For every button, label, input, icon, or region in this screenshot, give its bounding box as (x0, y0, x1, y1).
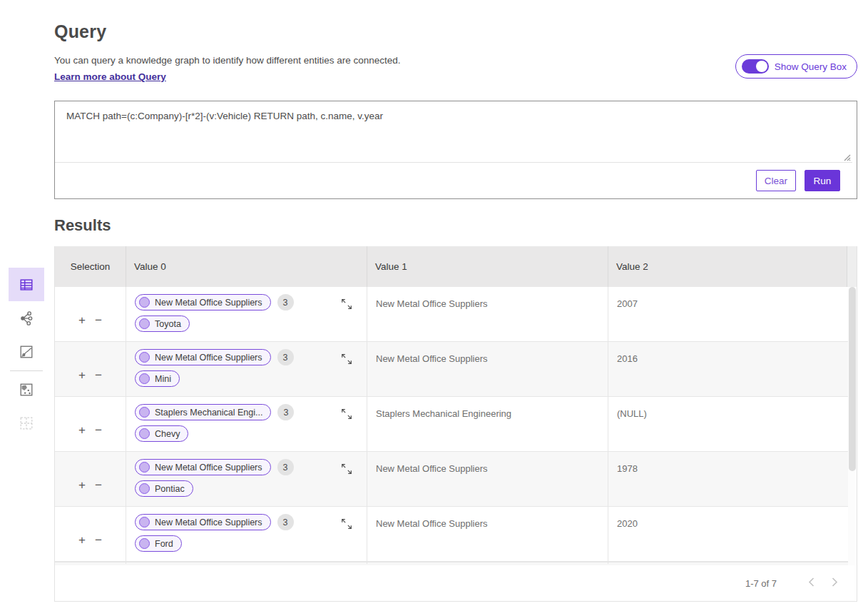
run-button[interactable]: Run (805, 170, 840, 191)
clear-button[interactable]: Clear (756, 170, 796, 191)
query-page: Query You can query a knowledge graph to… (0, 0, 868, 611)
textarea-resize-handle-icon[interactable] (842, 153, 851, 161)
entity-dot-icon (139, 352, 150, 363)
entity-dot-icon (139, 297, 150, 308)
value0-cell: Staplers Mechanical Engi... 3 Chevy (126, 397, 367, 454)
value0-cell: New Metal Office Suppliers 3 Pontiac (126, 452, 367, 509)
add-selection-button[interactable]: + (78, 516, 86, 564)
chevron-right-icon (832, 577, 838, 587)
table-row: + − New Metal Office Suppliers 3 Pontiac (55, 452, 857, 507)
selection-cell: + − (55, 452, 126, 509)
selection-cell: + − (55, 397, 126, 454)
entity-dot-icon (139, 462, 150, 473)
chevron-left-icon (808, 577, 815, 587)
learn-more-link[interactable]: Learn more about Query (54, 71, 166, 82)
column-header-selection: Selection (55, 246, 126, 287)
table-row: + − New Metal Office Suppliers 3 Mini (55, 342, 857, 397)
count-badge: 3 (277, 294, 294, 310)
value0-cell: New Metal Office Suppliers 3 Toyota (126, 287, 367, 344)
column-header-value0: Value 0 (126, 246, 367, 287)
table-header: Selection Value 0 Value 1 Value 2 (55, 246, 857, 287)
remove-selection-button[interactable]: − (95, 461, 102, 509)
selection-cell: + − (55, 287, 126, 344)
entity-pill[interactable]: Mini (135, 370, 180, 387)
expand-path-icon[interactable] (340, 517, 353, 530)
table-row: + − Staplers Mechanical Engi... 3 Chevy (55, 397, 857, 452)
add-selection-button[interactable]: + (78, 351, 86, 399)
remove-selection-button[interactable]: − (95, 296, 102, 344)
remove-selection-button[interactable]: − (95, 406, 102, 454)
value0-cell: New Metal Office Suppliers 3 Ford (126, 507, 367, 564)
toggle-label: Show Query Box (775, 61, 847, 72)
count-badge: 3 (277, 349, 294, 365)
value2-cell: 2007 (608, 287, 857, 344)
add-selection-button[interactable]: + (78, 406, 86, 454)
entity-pill[interactable]: Pontiac (135, 480, 193, 497)
entity-pill[interactable]: New Metal Office Suppliers (135, 294, 271, 310)
results-view-sidebar (9, 268, 44, 440)
results-title: Results (54, 216, 111, 235)
expand-path-icon[interactable] (340, 353, 353, 365)
entity-dot-icon (139, 538, 150, 549)
entity-pill[interactable]: Chevy (135, 425, 188, 442)
value1-cell: New Metal Office Suppliers (367, 507, 608, 564)
page-title: Query (54, 21, 106, 42)
entity-pill[interactable]: Toyota (135, 315, 190, 332)
entity-dot-icon (139, 428, 150, 439)
column-header-value1: Value 1 (367, 246, 608, 287)
entity-pill[interactable]: New Metal Office Suppliers (135, 349, 271, 365)
sidebar-item-table-view[interactable] (9, 268, 44, 301)
sidebar-item-chart-view[interactable] (9, 335, 44, 368)
value2-cell: 1978 (608, 452, 857, 509)
query-input[interactable]: MATCH path=(c:Company)-[r*2]-(v:Vehicle)… (55, 101, 852, 163)
query-box: MATCH path=(c:Company)-[r*2]-(v:Vehicle)… (54, 101, 857, 199)
value1-cell: Staplers Mechanical Engineering (367, 397, 608, 454)
count-badge: 3 (277, 514, 294, 530)
value1-cell: New Metal Office Suppliers (367, 287, 608, 344)
table-pagination: 1-7 of 7 (55, 565, 857, 601)
expand-path-icon[interactable] (340, 298, 353, 310)
toggle-switch-icon[interactable] (742, 59, 769, 74)
selection-cell: + − (55, 507, 126, 564)
entity-dot-icon (139, 517, 150, 527)
add-selection-button[interactable]: + (78, 296, 86, 344)
count-badge: 3 (277, 459, 294, 475)
pagination-range-label: 1-7 of 7 (745, 578, 777, 589)
value2-cell: 2016 (608, 342, 857, 399)
entity-pill[interactable]: New Metal Office Suppliers (135, 459, 271, 475)
entity-dot-icon (139, 318, 150, 329)
expand-path-icon[interactable] (340, 408, 353, 420)
count-badge: 3 (277, 404, 294, 420)
value0-cell: New Metal Office Suppliers 3 Mini (126, 342, 367, 399)
entity-pill[interactable]: Staplers Mechanical Engi... (135, 404, 271, 420)
add-selection-button[interactable]: + (78, 461, 86, 509)
entity-dot-icon (139, 407, 150, 418)
table-row: + − New Metal Office Suppliers 3 Toyota (55, 287, 857, 342)
sidebar-item-layout-view[interactable] (9, 406, 44, 440)
sidebar-item-map-view[interactable] (9, 373, 44, 406)
value2-cell: 2020 (608, 507, 857, 564)
next-page-button[interactable] (826, 575, 844, 592)
entity-pill[interactable]: New Metal Office Suppliers (135, 514, 271, 530)
value1-cell: New Metal Office Suppliers (367, 452, 608, 509)
entity-dot-icon (139, 483, 150, 494)
chart-icon (19, 344, 34, 360)
query-actions: Clear Run (756, 170, 840, 191)
sidebar-item-graph-view[interactable] (9, 301, 44, 335)
table-row: + − New Metal Office Suppliers 3 Ford (55, 507, 857, 562)
entity-pill[interactable]: Ford (135, 535, 182, 552)
scrollbar-thumb[interactable] (849, 287, 856, 471)
selection-cell: + − (55, 342, 126, 399)
expand-path-icon[interactable] (340, 463, 353, 475)
value2-cell: (NULL) (608, 397, 857, 454)
remove-selection-button[interactable]: − (95, 351, 102, 399)
column-header-value2: Value 2 (608, 246, 847, 287)
table-vertical-scrollbar[interactable] (848, 287, 857, 565)
show-query-box-toggle[interactable]: Show Query Box (735, 54, 857, 79)
graph-icon (19, 310, 34, 326)
table-body: + − New Metal Office Suppliers 3 Toyota (55, 287, 857, 565)
results-table: Selection Value 0 Value 1 Value 2 + − Ne… (54, 246, 857, 602)
remove-selection-button[interactable]: − (95, 516, 102, 564)
previous-page-button[interactable] (802, 575, 820, 592)
layout-icon (19, 415, 34, 431)
